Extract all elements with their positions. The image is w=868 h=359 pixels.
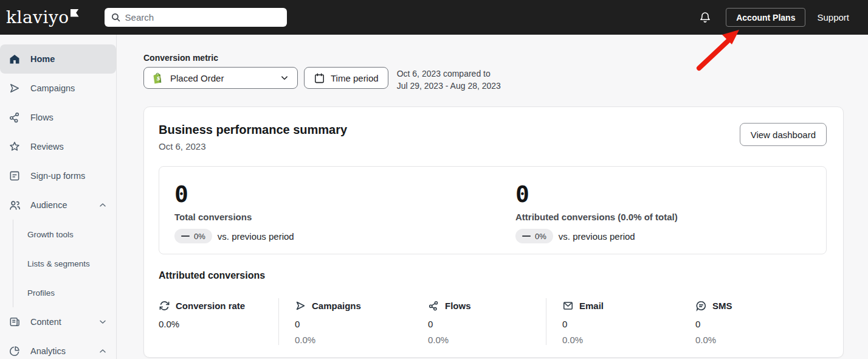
sidebar-item-audience[interactable]: Audience	[0, 190, 116, 220]
conversion-metric-label: Conversion metric	[143, 53, 868, 63]
sidebar-item-campaigns[interactable]: Campaigns	[0, 74, 116, 103]
sidebar-item-profiles[interactable]: Profiles	[0, 278, 116, 307]
sidebar-item-label: Audience	[30, 200, 67, 210]
chevron-up-icon	[98, 346, 108, 356]
sidebar-item-label: Flows	[30, 113, 53, 122]
klaviyo-flag-icon	[71, 9, 79, 17]
comparison-line-2: Jul 29, 2023 - Aug 28, 2023	[397, 80, 501, 92]
selected-metric-value: Placed Order	[170, 73, 224, 83]
flat-trend-icon	[181, 235, 190, 237]
sidebar-item-reviews[interactable]: Reviews	[0, 132, 116, 161]
column-label: SMS	[712, 301, 732, 311]
column-percent: 0.0%	[562, 335, 680, 345]
sidebar-item-label: Sign-up forms	[30, 171, 85, 181]
conversions-stats-box: 0 Total conversions 0% vs. previous peri…	[159, 166, 827, 254]
paper-plane-icon	[8, 82, 21, 95]
conversion-metric-select[interactable]: S Placed Order	[143, 67, 298, 89]
shopify-icon: S	[151, 71, 164, 85]
change-percent: 0%	[535, 232, 546, 241]
conversion-rate-column: Conversion rate 0.0%	[159, 298, 278, 345]
people-icon	[8, 198, 21, 212]
column-value: 0	[695, 319, 813, 329]
chevron-up-icon	[98, 200, 108, 210]
topbar-right: Account Plans Support	[698, 8, 849, 27]
envelope-icon	[562, 300, 574, 312]
sidebar-item-label: Campaigns	[30, 83, 75, 93]
change-percent: 0%	[194, 232, 205, 241]
change-suffix: vs. previous period	[218, 231, 294, 242]
sidebar-item-label: Home	[30, 54, 55, 64]
sidebar-item-content[interactable]: Content	[0, 307, 116, 336]
time-period-button[interactable]: Time period	[304, 67, 388, 89]
email-column: Email 0 0.0%	[546, 298, 680, 345]
time-period-label: Time period	[331, 73, 379, 83]
card-header: Business performance summary Oct 6, 2023…	[159, 123, 827, 152]
sidebar-item-home[interactable]: Home	[0, 44, 116, 74]
change-pill: 0%	[174, 229, 212, 243]
global-search	[105, 8, 287, 27]
search-icon	[111, 12, 121, 23]
star-icon	[8, 140, 21, 153]
logo-wordmark: klaviyo	[6, 7, 69, 28]
main-content: Conversion metric S Placed Order Time pe…	[117, 35, 868, 359]
content-icon	[8, 315, 21, 329]
total-conversions-change: 0% vs. previous period	[174, 229, 500, 243]
attributed-conversions-stat: 0 Attributed conversions (0.0% of total)…	[500, 182, 826, 254]
column-value: 0	[562, 319, 680, 329]
change-suffix: vs. previous period	[559, 231, 635, 242]
top-bar: klaviyo Account Plans Support	[0, 0, 868, 35]
comparison-line-1: Oct 6, 2023 compared to	[397, 68, 501, 80]
svg-text:S: S	[156, 75, 160, 82]
column-label: Flows	[445, 301, 471, 311]
column-value: 0.0%	[159, 319, 278, 329]
column-label: Conversion rate	[176, 301, 245, 311]
sms-bubble-icon	[695, 300, 707, 312]
sidebar-subitem-label: Lists & segments	[27, 259, 90, 268]
column-label: Email	[579, 301, 604, 311]
account-plans-button[interactable]: Account Plans	[726, 8, 805, 27]
sidebar-subitem-label: Growth tools	[27, 230, 74, 239]
search-input[interactable]	[105, 8, 287, 27]
sidebar-item-signup-forms[interactable]: Sign-up forms	[0, 161, 116, 190]
sidebar-nav: Home Campaigns Flows Reviews Sign-up for…	[0, 35, 117, 359]
campaigns-column: Campaigns 0 0.0%	[278, 298, 412, 345]
sidebar-item-analytics[interactable]: Analytics	[0, 336, 116, 359]
filter-controls: S Placed Order Time period Oct 6, 2023 c…	[143, 67, 868, 92]
notifications-button[interactable]	[698, 10, 712, 25]
attributed-breakdown-row: Conversion rate 0.0% Campaigns 0 0.0% Fl…	[159, 298, 827, 345]
column-value: 0	[295, 319, 412, 329]
change-pill: 0%	[515, 229, 553, 243]
support-link[interactable]: Support	[817, 12, 849, 23]
klaviyo-logo[interactable]: klaviyo	[6, 7, 79, 28]
pie-chart-icon	[8, 344, 21, 358]
flows-nodes-icon	[428, 300, 439, 312]
card-date: Oct 6, 2023	[159, 141, 347, 152]
sidebar-subitem-label: Profiles	[27, 288, 55, 298]
bell-icon	[699, 11, 711, 24]
home-icon	[8, 52, 21, 66]
paper-plane-icon	[295, 300, 306, 312]
business-performance-card: Business performance summary Oct 6, 2023…	[143, 106, 844, 358]
column-value: 0	[428, 319, 546, 329]
view-dashboard-button[interactable]: View dashboard	[740, 123, 827, 146]
total-conversions-value: 0	[174, 182, 500, 206]
column-percent: 0.0%	[428, 335, 546, 345]
card-title-block: Business performance summary Oct 6, 2023	[159, 123, 347, 152]
chevron-down-icon	[279, 72, 290, 83]
column-percent: 0.0%	[295, 335, 412, 345]
card-title: Business performance summary	[159, 123, 347, 137]
sidebar-item-growth-tools[interactable]: Growth tools	[0, 220, 116, 249]
sidebar-item-label: Content	[30, 317, 61, 327]
conversion-rate-icon	[159, 300, 170, 312]
attributed-conversions-change: 0% vs. previous period	[515, 229, 826, 243]
sidebar-item-label: Reviews	[30, 142, 64, 152]
attributed-conversions-value: 0	[515, 182, 826, 206]
sidebar-item-label: Analytics	[30, 346, 66, 356]
sidebar-item-flows[interactable]: Flows	[0, 103, 116, 132]
column-label: Campaigns	[312, 301, 361, 311]
sms-column: SMS 0 0.0%	[680, 298, 813, 345]
total-conversions-label: Total conversions	[174, 212, 500, 222]
sidebar-item-lists-segments[interactable]: Lists & segments	[0, 249, 116, 278]
subnav-tree-line	[13, 220, 13, 307]
chevron-down-icon	[98, 317, 108, 327]
